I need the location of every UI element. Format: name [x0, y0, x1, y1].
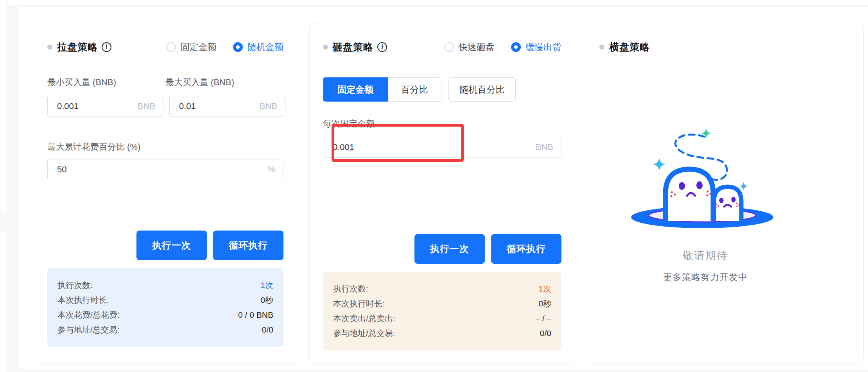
top-divider: [0, 0, 868, 5]
coming-soon-subtitle: 更多策略努力开发中: [600, 271, 811, 283]
max-buy-input-box: BNB: [169, 96, 285, 117]
pump-card-header: 拉盘策略 固定金额 随机金额: [47, 41, 283, 53]
pump-stats-box: 执行次数: 1次 本次执行时长: 0秒 本次花费/总花费: 0 / 0 BNB …: [47, 268, 283, 347]
radio-circle-icon[interactable]: [444, 42, 454, 52]
dump-strategy-card: 砸盘策略 快速砸盘 缓慢出货 固定金额 百分比 随机百分比 每次固定金额: [309, 23, 575, 364]
stat-value: 0/0: [540, 329, 551, 338]
dump-loop-execute-button[interactable]: 循环执行: [491, 234, 561, 264]
min-buy-suffix: BNB: [138, 101, 155, 111]
max-buy-input[interactable]: [179, 101, 256, 111]
stat-row: 执行次数: 1次: [333, 281, 551, 296]
dump-card-header: 砸盘策略 快速砸盘 缓慢出货: [323, 41, 561, 53]
radio-random-amount-label: 随机金额: [247, 41, 283, 53]
radio-slow-sell[interactable]: 缓慢出货: [511, 41, 561, 53]
info-circle-icon[interactable]: [377, 42, 387, 52]
stat-label: 参与地址/总交易:: [57, 324, 120, 335]
max-buy-suffix: BNB: [260, 101, 277, 111]
stat-row: 参与地址/总交易: 0/0: [57, 322, 273, 337]
bullet-dot-icon: [599, 45, 604, 50]
tab-random-percentage[interactable]: 随机百分比: [448, 77, 516, 102]
stat-row: 参与地址/总交易: 0/0: [333, 326, 551, 341]
dump-card-title: 砸盘策略: [333, 41, 373, 54]
fixed-amount-suffix: BNB: [536, 142, 553, 152]
tab-percentage[interactable]: 百分比: [388, 77, 441, 102]
max-spend-suffix: %: [267, 165, 275, 175]
max-spend-input[interactable]: [57, 165, 264, 175]
stat-row: 执行次数: 1次: [57, 278, 273, 293]
sideways-card-title: 横盘策略: [609, 41, 650, 54]
min-buy-input-box: BNB: [47, 96, 163, 117]
stat-label: 本次花费/总花费:: [57, 309, 120, 320]
stat-value: 0秒: [260, 295, 273, 306]
stat-value: 1次: [538, 283, 551, 294]
radio-fast-dump-label: 快速砸盘: [459, 41, 495, 53]
dump-stats-box: 执行次数: 1次 本次执行时长: 0秒 本次卖出/总卖出: – / – 参与地址…: [323, 272, 561, 351]
radio-circle-icon[interactable]: [166, 42, 176, 52]
stat-row: 本次执行时长: 0秒: [57, 293, 273, 308]
fixed-amount-input-box: BNB: [323, 137, 561, 158]
stat-value: 0秒: [538, 298, 551, 309]
stat-row: 本次花费/总花费: 0 / 0 BNB: [57, 308, 273, 322]
pump-card-title: 拉盘策略: [57, 41, 98, 54]
stat-label: 参与地址/总交易:: [333, 328, 395, 339]
left-panel-edge-bottom: [0, 231, 7, 372]
radio-fixed-amount[interactable]: 固定金额: [166, 41, 217, 53]
sideways-card-header: 横盘策略: [599, 41, 850, 53]
coming-soon-empty-state: 敬请期待 更多策略努力开发中: [600, 128, 811, 283]
coming-soon-title: 敬请期待: [600, 249, 811, 263]
stat-value: – / –: [535, 314, 551, 323]
tab-fixed-amount[interactable]: 固定金额: [323, 77, 388, 102]
stat-value: 1次: [260, 280, 273, 291]
dump-mode-radio-group: 快速砸盘 缓慢出货: [444, 41, 561, 53]
min-buy-label: 最小买入量 (BNB): [47, 77, 160, 88]
info-circle-icon[interactable]: [102, 42, 111, 52]
max-buy-label: 最大买入量 (BNB): [165, 77, 278, 88]
stat-label: 本次卖出/总卖出:: [333, 313, 395, 324]
dump-amount-tabs: 固定金额 百分比 随机百分比: [323, 77, 561, 102]
bullet-dot-icon: [323, 45, 328, 50]
coming-soon-illustration-icon: [631, 128, 780, 234]
left-panel-edge-top: [0, 0, 7, 213]
stat-value: 0 / 0 BNB: [238, 310, 273, 320]
stat-value: 0/0: [262, 325, 273, 334]
radio-fixed-amount-label: 固定金额: [181, 41, 217, 53]
min-buy-input[interactable]: [57, 101, 134, 111]
fixed-amount-input[interactable]: [333, 142, 532, 152]
stat-label: 本次执行时长:: [333, 298, 385, 309]
stat-row: 本次执行时长: 0秒: [333, 296, 551, 311]
pump-strategy-card: 拉盘策略 固定金额 随机金额 最小买入量 (BNB) 最大买入量 (BNB) B…: [34, 23, 297, 364]
pump-mode-radio-group: 固定金额 随机金额: [166, 41, 283, 53]
pump-execute-once-button[interactable]: 执行一次: [136, 231, 207, 260]
sideways-strategy-card: 横盘策略: [586, 23, 864, 364]
radio-random-amount[interactable]: 随机金额: [233, 41, 283, 53]
stat-label: 执行次数:: [333, 283, 368, 294]
radio-slow-sell-label: 缓慢出货: [525, 41, 561, 53]
stat-label: 执行次数:: [57, 280, 93, 291]
stat-row: 本次卖出/总卖出: – / –: [333, 311, 551, 326]
bullet-dot-icon: [47, 45, 52, 50]
radio-circle-selected-icon[interactable]: [233, 42, 243, 52]
max-spend-input-box: %: [47, 159, 283, 180]
radio-fast-dump[interactable]: 快速砸盘: [444, 41, 495, 53]
pump-loop-execute-button[interactable]: 循环执行: [213, 231, 283, 260]
max-spend-label: 最大累计花费百分比 (%): [47, 142, 283, 152]
strategy-panel: 拉盘策略 固定金额 随机金额 最小买入量 (BNB) 最大买入量 (BNB) B…: [18, 5, 868, 369]
stat-label: 本次执行时长:: [57, 295, 109, 306]
dump-execute-once-button[interactable]: 执行一次: [414, 234, 485, 264]
fixed-amount-label: 每次固定金额: [323, 119, 561, 129]
radio-circle-selected-icon[interactable]: [511, 42, 521, 52]
